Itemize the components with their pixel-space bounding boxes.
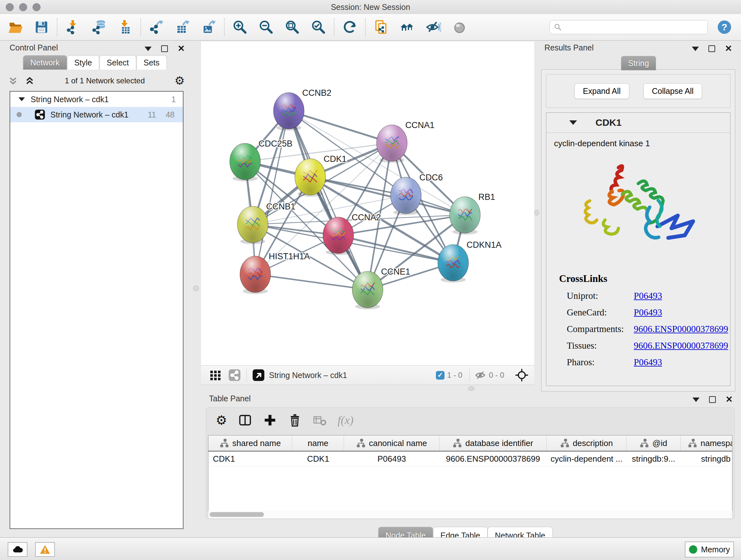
network-node-RB1[interactable]: RB1 — [450, 192, 495, 235]
network-options-gear-icon[interactable]: ⚙ — [175, 74, 185, 87]
column-header-shared-name[interactable]: shared name — [208, 435, 292, 451]
title-bar: Session: New Session — [0, 0, 741, 14]
tab-sets[interactable]: Sets — [136, 55, 167, 70]
table-horizontal-scrollbar[interactable] — [208, 511, 732, 519]
show-columns-icon[interactable] — [238, 413, 252, 427]
bottom-splitter-handle[interactable] — [468, 386, 475, 391]
table-options-gear-icon[interactable]: ⚙ — [216, 413, 227, 428]
column-header-id[interactable]: @id — [626, 435, 681, 451]
show-all-button[interactable] — [451, 19, 468, 36]
zoom-selected-button[interactable] — [310, 19, 327, 36]
network-node-CCNB2[interactable]: CCNB2 — [273, 88, 332, 131]
network-canvas[interactable]: CCNB2CCNA1CDC25BCDK1CDC6RB1CCNB1CCNA2CDK… — [201, 42, 534, 365]
results-panel-float-icon[interactable] — [709, 45, 715, 52]
search-input[interactable] — [564, 22, 704, 32]
network-node-CDC6[interactable]: CDC6 — [391, 173, 443, 215]
gene-header[interactable]: CDK1 — [546, 113, 730, 133]
column-type-tree-icon — [453, 438, 462, 448]
network-view-title: String Network – cdk1 — [269, 371, 347, 380]
birdseye-view-button[interactable] — [251, 368, 266, 382]
collection-expand-icon[interactable] — [18, 98, 25, 101]
column-header-namespace[interactable]: namespace — [681, 435, 732, 451]
warnings-button[interactable] — [35, 542, 55, 557]
save-session-button[interactable] — [33, 19, 50, 36]
crosslink-value-link[interactable]: 9606.ENSP00000378699 — [634, 324, 728, 334]
node-label: HIST1H1A — [269, 252, 310, 261]
node-label: CCNB1 — [266, 202, 295, 211]
column-header-name[interactable]: name — [292, 435, 344, 451]
expand-all-button[interactable]: Expand All — [575, 83, 629, 99]
network-style-button[interactable] — [227, 368, 242, 382]
left-splitter-handle[interactable] — [193, 286, 199, 291]
fit-selected-button[interactable] — [515, 368, 529, 382]
collapse-all-chevrons-icon[interactable] — [8, 75, 18, 86]
export-image-button[interactable] — [200, 19, 217, 36]
network-edge[interactable] — [289, 111, 367, 290]
expand-all-chevrons-icon[interactable] — [24, 75, 35, 86]
crosslink-row: Compartments: 9606.ENSP00000378699 — [559, 324, 730, 334]
cloud-status-button[interactable] — [8, 542, 27, 557]
show-grid-button[interactable] — [208, 368, 223, 382]
network-node-HIST1H1A[interactable]: HIST1H1A — [240, 252, 310, 294]
results-panel-close-icon[interactable]: ✕ — [725, 44, 732, 53]
tab-string[interactable]: String — [621, 56, 656, 70]
right-splitter-handle[interactable] — [534, 210, 539, 215]
crosslink-value-link[interactable]: P06493 — [634, 357, 662, 368]
table-panel-menu-icon[interactable] — [692, 397, 699, 402]
first-neighbors-button[interactable] — [399, 19, 415, 36]
network-node-CDKN1A[interactable]: CDKN1A — [438, 240, 502, 283]
column-header-label: shared name — [232, 438, 281, 448]
table-row[interactable]: CDK1CDK1P064939606.ENSP00000378699cyclin… — [208, 451, 732, 466]
cloud-icon — [12, 545, 23, 554]
control-panel-close-icon[interactable]: ✕ — [178, 44, 185, 53]
scrollbar-thumb[interactable] — [210, 512, 264, 517]
help-button[interactable]: ? — [716, 19, 733, 36]
node-label: CCNE1 — [381, 267, 410, 276]
control-panel-menu-icon[interactable] — [145, 47, 151, 51]
column-header-canonical-name[interactable]: canonical name — [344, 435, 440, 451]
create-column-plus-icon[interactable] — [263, 413, 277, 427]
node-label: CDKN1A — [467, 240, 502, 250]
table-panel-close-icon[interactable]: ✕ — [725, 395, 733, 404]
zoom-out-button[interactable] — [258, 19, 274, 36]
column-header-description[interactable]: description — [547, 435, 626, 451]
network-node-CDK1[interactable]: CDK1 — [295, 154, 347, 197]
gene-expand-icon[interactable] — [569, 120, 577, 125]
network-node-CCNE1[interactable]: CCNE1 — [352, 267, 410, 309]
crosslink-value-link[interactable]: P06493 — [634, 307, 662, 318]
network-edge[interactable] — [289, 111, 392, 143]
selected-nodes-checkbox[interactable]: ✓ — [436, 371, 445, 380]
zoom-fit-button[interactable] — [284, 19, 300, 36]
tab-select[interactable]: Select — [99, 55, 136, 70]
delete-column-trash-icon[interactable] — [288, 413, 302, 427]
network-row[interactable]: String Network – cdk1 11 48 — [10, 107, 183, 122]
crosslinks-heading: CrossLinks — [559, 273, 730, 285]
collapse-all-button[interactable]: Collapse All — [643, 83, 702, 99]
zoom-selected-icon — [311, 19, 326, 35]
import-network-from-file-button[interactable] — [64, 19, 81, 36]
search-box[interactable] — [549, 20, 708, 34]
memory-button[interactable]: Memory — [685, 542, 734, 557]
import-table-button[interactable] — [117, 19, 133, 36]
import-network-from-database-button[interactable] — [91, 19, 107, 36]
new-network-from-selection-button[interactable] — [373, 19, 389, 36]
zoom-in-button[interactable] — [232, 19, 248, 36]
apply-preferred-layout-button[interactable] — [341, 19, 358, 36]
results-panel-menu-icon[interactable] — [692, 47, 699, 51]
crosslink-value-link[interactable]: P06493 — [634, 291, 662, 301]
network-node-CCNA2[interactable]: CCNA2 — [323, 212, 381, 255]
control-panel-float-icon[interactable] — [161, 45, 168, 52]
tab-network[interactable]: Network — [23, 55, 67, 70]
export-table-button[interactable] — [174, 19, 191, 36]
column-header-database-identifier[interactable]: database identifier — [440, 435, 547, 451]
network-selected-status: 1 of 1 Network selected — [35, 76, 175, 85]
table-panel-float-icon[interactable] — [709, 396, 716, 403]
crosslink-label: Tissues: — [567, 340, 634, 351]
network-collection-row[interactable]: String Network – cdk1 1 — [10, 91, 183, 107]
export-network-button[interactable] — [148, 19, 165, 36]
network-edge[interactable] — [255, 274, 367, 290]
crosslink-value-link[interactable]: 9606.ENSP00000378699 — [634, 340, 728, 351]
hide-selected-button[interactable] — [425, 19, 442, 36]
open-session-button[interactable] — [7, 19, 23, 36]
tab-style[interactable]: Style — [67, 55, 99, 70]
